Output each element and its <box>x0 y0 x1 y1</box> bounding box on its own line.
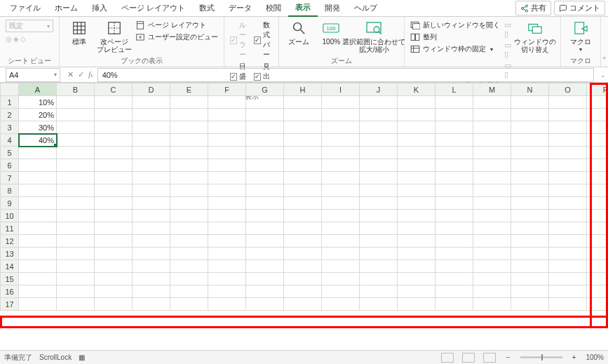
cell-M9[interactable] <box>473 197 511 210</box>
comment-button[interactable]: コメント <box>554 1 605 15</box>
cell-J13[interactable] <box>360 248 398 260</box>
cell-C3[interactable] <box>95 121 133 134</box>
row-header-8[interactable]: 8 <box>1 184 19 197</box>
cell-I11[interactable] <box>322 222 360 235</box>
cell-N2[interactable] <box>511 109 549 121</box>
cell-F6[interactable] <box>208 159 246 172</box>
cell-B1[interactable] <box>57 96 95 109</box>
cell-J11[interactable] <box>360 222 398 235</box>
cell-E15[interactable] <box>170 273 208 285</box>
cell-C6[interactable] <box>95 159 133 172</box>
cell-A7[interactable] <box>19 172 57 184</box>
cell-N4[interactable] <box>511 134 549 147</box>
cell-D12[interactable] <box>133 235 170 248</box>
cell-A13[interactable] <box>19 248 57 260</box>
cell-G8[interactable] <box>246 184 284 197</box>
select-all-corner[interactable] <box>1 83 19 96</box>
cell-C7[interactable] <box>95 172 133 184</box>
cell-E8[interactable] <box>170 184 208 197</box>
cell-N9[interactable] <box>511 197 549 210</box>
cell-L5[interactable] <box>435 147 473 159</box>
zoom-level[interactable]: 100% <box>586 353 604 361</box>
col-header-G[interactable]: G <box>246 83 284 96</box>
cell-B5[interactable] <box>57 147 95 159</box>
cell-M17[interactable] <box>473 298 511 311</box>
cell-D13[interactable] <box>133 248 170 260</box>
row-header-4[interactable]: 4 <box>1 134 19 147</box>
normal-view-button[interactable]: 標準 <box>65 20 93 46</box>
cell-H9[interactable] <box>284 197 322 210</box>
cell-H2[interactable] <box>284 109 322 121</box>
cell-I14[interactable] <box>322 260 360 273</box>
cell-H6[interactable] <box>284 159 322 172</box>
cell-B17[interactable] <box>57 298 95 311</box>
cell-A16[interactable] <box>19 285 57 298</box>
cell-D9[interactable] <box>133 197 170 210</box>
cell-G6[interactable] <box>246 159 284 172</box>
cell-G1[interactable] <box>246 96 284 109</box>
cell-E13[interactable] <box>170 248 208 260</box>
cell-E10[interactable] <box>170 210 208 222</box>
cell-M2[interactable] <box>473 109 511 121</box>
cell-C11[interactable] <box>95 222 133 235</box>
cell-M3[interactable] <box>473 121 511 134</box>
row-header-16[interactable]: 16 <box>1 285 19 298</box>
cell-L2[interactable] <box>435 109 473 121</box>
name-box[interactable]: A4 ▾ <box>6 68 60 82</box>
cell-D16[interactable] <box>133 285 170 298</box>
cell-D11[interactable] <box>133 222 170 235</box>
cell-F1[interactable] <box>208 96 246 109</box>
cell-D8[interactable] <box>133 184 170 197</box>
cell-B2[interactable] <box>57 109 95 121</box>
row-header-5[interactable]: 5 <box>1 147 19 159</box>
cell-H1[interactable] <box>284 96 322 109</box>
cell-B12[interactable] <box>57 235 95 248</box>
cell-P8[interactable] <box>587 184 609 197</box>
cell-N17[interactable] <box>511 298 549 311</box>
cell-J4[interactable] <box>360 134 398 147</box>
col-header-D[interactable]: D <box>133 83 170 96</box>
cell-O2[interactable] <box>549 109 587 121</box>
cell-B13[interactable] <box>57 248 95 260</box>
cell-H16[interactable] <box>284 285 322 298</box>
cell-B4[interactable] <box>57 134 95 147</box>
cell-N6[interactable] <box>511 159 549 172</box>
cell-N12[interactable] <box>511 235 549 248</box>
cell-B6[interactable] <box>57 159 95 172</box>
cell-M1[interactable] <box>473 96 511 109</box>
cell-E5[interactable] <box>170 147 208 159</box>
cell-J3[interactable] <box>360 121 398 134</box>
cell-D4[interactable] <box>133 134 170 147</box>
cell-E17[interactable] <box>170 298 208 311</box>
row-header-10[interactable]: 10 <box>1 210 19 222</box>
cell-N16[interactable] <box>511 285 549 298</box>
cell-A2[interactable]: 20% <box>19 109 57 121</box>
cell-A15[interactable] <box>19 273 57 285</box>
cell-P9[interactable] <box>587 197 609 210</box>
row-header-3[interactable]: 3 <box>1 121 19 134</box>
cell-C5[interactable] <box>95 147 133 159</box>
cell-O12[interactable] <box>549 235 587 248</box>
cell-N1[interactable] <box>511 96 549 109</box>
row-header-1[interactable]: 1 <box>1 96 19 109</box>
cell-L8[interactable] <box>435 184 473 197</box>
zoom-slider[interactable] <box>520 356 562 358</box>
cell-L11[interactable] <box>435 222 473 235</box>
row-header-6[interactable]: 6 <box>1 159 19 172</box>
cell-E6[interactable] <box>170 159 208 172</box>
cell-E12[interactable] <box>170 235 208 248</box>
cell-F10[interactable] <box>208 210 246 222</box>
cell-G5[interactable] <box>246 147 284 159</box>
cell-B7[interactable] <box>57 172 95 184</box>
cell-I16[interactable] <box>322 285 360 298</box>
cell-J14[interactable] <box>360 260 398 273</box>
cell-K15[interactable] <box>398 273 435 285</box>
switch-window-button[interactable]: ウィンドウの 切り替え <box>515 20 555 53</box>
cell-G4[interactable] <box>246 134 284 147</box>
cell-G17[interactable] <box>246 298 284 311</box>
cell-O4[interactable] <box>549 134 587 147</box>
row-header-15[interactable]: 15 <box>1 273 19 285</box>
cell-B16[interactable] <box>57 285 95 298</box>
cancel-formula-button[interactable]: ✕ <box>67 70 74 79</box>
tab-view[interactable]: 表示 <box>288 0 318 17</box>
